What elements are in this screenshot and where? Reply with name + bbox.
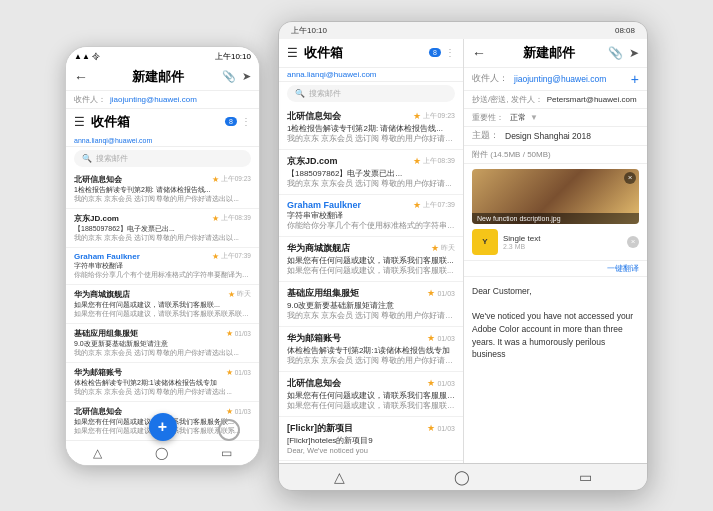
tablet-star-icon[interactable]: ★ (413, 156, 421, 166)
tablet-hamburger-icon[interactable]: ☰ (287, 46, 298, 60)
star-icon[interactable]: ★ (212, 252, 219, 261)
tablet-attachment-icon[interactable]: 📎 (608, 46, 623, 60)
tablet-email-list-item[interactable]: Graham Faulkner ★ 上午07:39 字符串审校翻译 你能给你分享… (279, 195, 463, 237)
tablet-email-time: 01/03 (437, 380, 455, 387)
star-icon[interactable]: ★ (226, 329, 233, 338)
star-icon[interactable]: ★ (228, 290, 235, 299)
tablet-star-icon[interactable]: ★ (427, 423, 435, 433)
tablet-attachment-image[interactable]: New function dscription.jpg × (472, 169, 639, 224)
phone-compose-title: 新建邮件 (94, 68, 222, 86)
email-list-item[interactable]: Graham Faulkner ★ 上午07:39 字符串审校翻译 你能给你分享… (66, 248, 259, 285)
back-icon[interactable]: ← (74, 69, 88, 85)
send-icon[interactable]: ➤ (242, 70, 251, 83)
tablet-email-sender: 京东JD.com (287, 155, 338, 168)
email-time: 上午07:39 (221, 252, 251, 261)
email-preview: 如果您有任何问题或建议，请联系我们客服联系联系联系... (74, 310, 251, 319)
tablet-subject-label: 主题： (472, 130, 499, 142)
hamburger-icon[interactable]: ☰ (74, 115, 85, 129)
tablet-nav-home[interactable]: ◯ (454, 469, 470, 485)
tablet-time-right: 08:08 (615, 26, 635, 35)
scroll-up-button[interactable]: ↑ (218, 419, 240, 441)
tablet-compose-panel: ← 新建邮件 📎 ➤ 收件人： jiaojunting@huawei.com +… (464, 39, 647, 463)
tablet-back-icon[interactable]: ← (472, 45, 486, 61)
phone-search-placeholder: 搜索邮件 (96, 153, 128, 164)
star-icon[interactable]: ★ (226, 368, 233, 377)
tablet-compose-to-row: 收件人： jiaojunting@huawei.com + (464, 68, 647, 91)
tablet-add-recipient-button[interactable]: + (631, 71, 639, 87)
tablet-email-list-item[interactable]: 华为邮箱账号 ★ 01/03 体检检告解读专刊第2期:1读储体检报告线专加 我的… (279, 327, 463, 372)
tablet-email-list-item[interactable]: 华为商城旗舰店 ★ 昨天 如果您有任何问题或建议，请联系我们客服联... 如果您… (279, 237, 463, 282)
star-icon[interactable]: ★ (212, 175, 219, 184)
email-list-item[interactable]: 基础应用组集服矩 ★ 01/03 9.0改更新要基础新服矩请注意 我的京东 京东… (66, 324, 259, 363)
tablet-email-preview: 你能给你分享几个有个使用标准格式的字符串要翻译为5基... (287, 221, 455, 231)
tablet-subject-row: 主题： Design Shanghai 2018 (464, 127, 647, 146)
star-icon[interactable]: ★ (212, 214, 219, 223)
tablet-remove-attachment-button[interactable]: × (624, 172, 636, 184)
tablet-email-subject: 体检检告解读专刊第2期:1读储体检报告线专加 (287, 345, 455, 356)
tablet-body-text: We've noticed you have not accessed your… (472, 310, 639, 361)
phone-inbox-container: ☰ 收件箱 8 ⋮ anna.lianqi@huawei.com 🔍 搜索邮件 … (66, 109, 259, 440)
tablet-email-list-item[interactable]: [Flickr]的新项目 ★ 01/03 [Flickr]hoteles的新项目… (279, 417, 463, 461)
tablet-nav-back[interactable]: △ (334, 469, 345, 485)
tablet-star-icon[interactable]: ★ (427, 333, 435, 343)
tablet-star-icon[interactable]: ★ (427, 288, 435, 298)
to-value[interactable]: jiaojunting@huawei.com (110, 95, 197, 104)
email-sender: Graham Faulkner (74, 252, 140, 261)
email-time: 01/03 (235, 408, 251, 415)
tablet-more-icon[interactable]: ⋮ (445, 47, 455, 58)
tablet-importance-dropdown[interactable]: ▼ (530, 113, 538, 122)
tablet-email-list: 北研信息知会 ★ 上午09:23 1检检报告解读专刊第2期: 请储体检报告线..… (279, 105, 463, 463)
email-time: 昨天 (237, 290, 251, 299)
phone-nav-back[interactable]: △ (93, 446, 102, 460)
tablet-email-subject: 【1885097862】电子发票已出... (287, 168, 455, 179)
tablet-email-sender: 华为商城旗舰店 (287, 242, 350, 255)
tablet-star-icon[interactable]: ★ (413, 200, 421, 210)
compose-fab-button[interactable]: + (149, 413, 177, 441)
email-list-item[interactable]: 华为邮箱账号 ★ 01/03 体检检告解读专刊第2期:1读储体检报告线专加 我的… (66, 363, 259, 402)
tablet-file-name: Single text (503, 234, 540, 243)
tablet-inbox-badge: 8 (429, 48, 441, 57)
tablet-to-value[interactable]: jiaojunting@huawei.com (514, 74, 606, 84)
phone-nav-home[interactable]: ◯ (155, 446, 168, 460)
star-icon[interactable]: ★ (226, 407, 233, 416)
email-preview: 我的京东 京东会员 选订阅 尊敬的用户你好请选出以... (74, 349, 251, 358)
phone-bottom-bar: △ ◯ ▭ (66, 440, 259, 465)
email-subject: 体检检告解读专刊第2期:1读储体检报告线专加 (74, 378, 251, 388)
tablet-email-list-item[interactable]: 北研信息知会 ★ 上午09:23 1检检报告解读专刊第2期: 请储体检报告线..… (279, 105, 463, 150)
tablet-email-sender: 基础应用组集服矩 (287, 287, 359, 300)
attachment-icon[interactable]: 📎 (222, 70, 236, 83)
tablet-search-bar[interactable]: 🔍 搜索邮件 (287, 85, 455, 102)
tablet-compose-title: 新建邮件 (490, 44, 608, 62)
phone-inbox-header: ☰ 收件箱 8 ⋮ (66, 109, 259, 135)
tablet-email-list-item[interactable]: 北研信息知会 ★ 01/03 如果您有任何问题或建议，请联系我们客服服务联...… (279, 372, 463, 417)
email-subject: 9.0改更新要基础新服矩请注意 (74, 339, 251, 349)
more-icon[interactable]: ⋮ (241, 116, 251, 127)
email-list-item[interactable]: 华为商城旗舰店 ★ 昨天 如果您有任何问题或建议，请联系我们客服联... 如果您… (66, 285, 259, 324)
phone-email-list: 北研信息知会 ★ 上午09:23 1检检报告解读专刊第2期: 请储体检报告线..… (66, 170, 259, 440)
tablet-star-icon[interactable]: ★ (431, 243, 439, 253)
tablet-subject-value[interactable]: Design Shanghai 2018 (505, 131, 591, 141)
email-list-item[interactable]: 北研信息知会 ★ 上午09:23 1检检报告解读专刊第2期: 请储体检报告线..… (66, 170, 259, 209)
email-sender: 华为邮箱账号 (74, 367, 122, 378)
to-label: 收件人： (74, 94, 106, 105)
phone-time: 上午10:10 (215, 51, 251, 62)
tablet-translate-link[interactable]: 一键翻译 (464, 261, 647, 277)
tablet-email-body[interactable]: Dear Customer, We've noticed you have no… (464, 277, 647, 463)
tablet-star-icon[interactable]: ★ (413, 111, 421, 121)
tablet-email-list-item[interactable]: 京东JD.com ★ 上午08:39 【1885097862】电子发票已出...… (279, 150, 463, 195)
tablet-attachment-file: Y Single text 2.3 MB × (472, 229, 639, 255)
email-list-item[interactable]: 京东JD.com ★ 上午08:39 【1885097862】电子发票已出...… (66, 209, 259, 248)
tablet-email-list-item[interactable]: 基础应用组集服矩 ★ 01/03 9.0改更新要基础新服矩请注意 我的京东 京东… (279, 282, 463, 327)
phone-search-bar[interactable]: 🔍 搜索邮件 (74, 150, 251, 167)
email-preview: 我的京东 京东会员 选订阅 尊敬的用户你好请选出以... (74, 234, 251, 243)
tablet-star-icon[interactable]: ★ (427, 378, 435, 388)
tablet-send-icon[interactable]: ➤ (629, 46, 639, 60)
tablet-nav-recents[interactable]: ▭ (579, 469, 592, 485)
tablet-cc-value[interactable]: Petersmart@huawei.com (547, 95, 637, 104)
email-sender: 北研信息知会 (74, 406, 122, 417)
tablet-email-time: 01/03 (437, 425, 455, 432)
tablet-attachment-filename: New function dscription.jpg (472, 213, 639, 224)
tablet-remove-file-button[interactable]: × (627, 236, 639, 248)
phone-nav-recents[interactable]: ▭ (221, 446, 232, 460)
email-subject: 1检检报告解读专刊第2期: 请储体检报告线... (74, 185, 251, 195)
